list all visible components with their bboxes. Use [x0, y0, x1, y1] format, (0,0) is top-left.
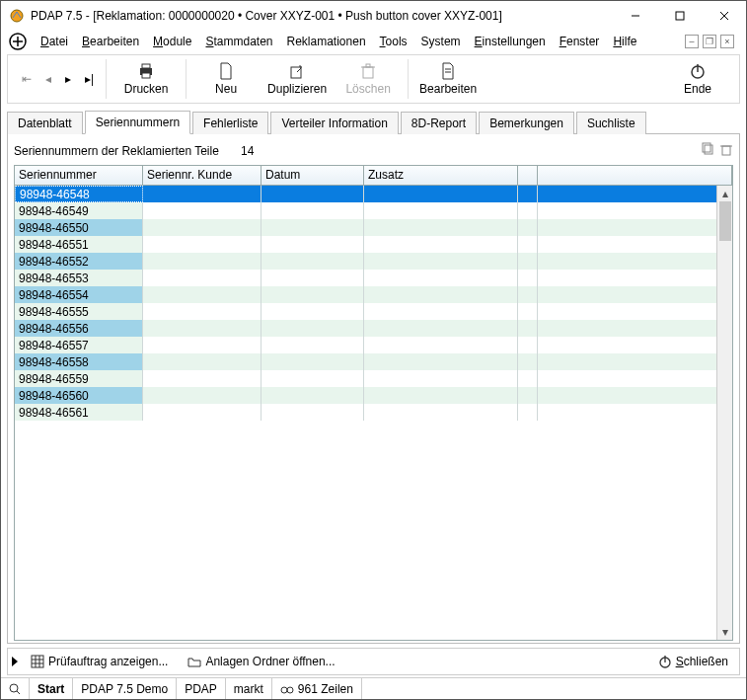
cell[interactable]: [143, 404, 261, 421]
cell[interactable]: [261, 337, 364, 353]
cell[interactable]: [364, 387, 518, 404]
scroll-up-icon[interactable]: ▴: [717, 186, 732, 201]
table-row[interactable]: 98948-46560: [15, 387, 732, 404]
cell[interactable]: [364, 236, 518, 253]
cell[interactable]: [518, 202, 538, 219]
cell[interactable]: [518, 370, 538, 387]
cell[interactable]: [143, 286, 261, 303]
print-button[interactable]: Drucken: [111, 56, 182, 102]
cell[interactable]: [261, 303, 364, 320]
tab-verteiler[interactable]: Verteiler Information: [270, 112, 398, 134]
table-row[interactable]: 98948-46549: [15, 202, 732, 219]
cell[interactable]: [538, 353, 732, 370]
end-button[interactable]: Ende: [662, 56, 733, 102]
cell[interactable]: [518, 320, 538, 337]
cell[interactable]: [143, 370, 261, 387]
scroll-down-icon[interactable]: ▾: [717, 624, 732, 640]
cell[interactable]: [143, 236, 261, 253]
table-row[interactable]: 98948-46558: [15, 353, 732, 370]
table-row[interactable]: 98948-46554: [15, 286, 732, 303]
cell[interactable]: [261, 387, 364, 404]
col-zusatz[interactable]: Zusatz: [364, 166, 518, 185]
new-record-icon[interactable]: [9, 33, 27, 50]
cell[interactable]: 98948-46559: [15, 370, 143, 387]
nav-first-icon[interactable]: ⇤: [22, 72, 32, 86]
cell[interactable]: [364, 320, 518, 337]
cell[interactable]: [518, 236, 538, 253]
cell[interactable]: [518, 404, 538, 421]
menu-stammdaten[interactable]: Stammdaten: [199, 33, 278, 50]
cell[interactable]: [518, 186, 538, 202]
cell[interactable]: [364, 370, 518, 387]
nav-next-icon[interactable]: ▸: [65, 72, 71, 86]
cell[interactable]: [518, 353, 538, 370]
delete-icon[interactable]: [719, 142, 733, 159]
tab-suchliste[interactable]: Suchliste: [576, 112, 646, 134]
cell[interactable]: [261, 253, 364, 270]
cell[interactable]: 98948-46548: [15, 186, 143, 202]
table-row[interactable]: 98948-46548: [15, 186, 732, 202]
cell[interactable]: [538, 286, 732, 303]
cell[interactable]: [143, 186, 261, 202]
cell[interactable]: [538, 387, 732, 404]
menu-reklamationen[interactable]: Reklamationen: [281, 33, 372, 50]
cell[interactable]: 98948-46550: [15, 219, 143, 236]
cell[interactable]: [261, 320, 364, 337]
col-datum[interactable]: Datum: [261, 166, 364, 185]
cell[interactable]: 98948-46552: [15, 253, 143, 270]
duplicate-button[interactable]: Duplizieren: [261, 56, 333, 102]
cell[interactable]: [538, 270, 732, 286]
cell[interactable]: [538, 370, 732, 387]
mdi-minimize-button[interactable]: –: [685, 35, 699, 48]
cell[interactable]: [143, 353, 261, 370]
new-button[interactable]: Neu: [190, 56, 261, 102]
cell[interactable]: [143, 202, 261, 219]
status-start[interactable]: Start: [30, 678, 73, 699]
cell[interactable]: [538, 186, 732, 202]
table-row[interactable]: 98948-46551: [15, 236, 732, 253]
cell[interactable]: [364, 404, 518, 421]
cell[interactable]: [518, 253, 538, 270]
cell[interactable]: [364, 337, 518, 353]
tab-8d-report[interactable]: 8D-Report: [401, 112, 477, 134]
cell[interactable]: [538, 303, 732, 320]
menu-bearbeiten[interactable]: Bearbeiten: [76, 33, 145, 50]
cell[interactable]: [538, 202, 732, 219]
cell[interactable]: [364, 286, 518, 303]
expand-icon[interactable]: [12, 657, 18, 666]
tab-datenblatt[interactable]: Datenblatt: [7, 112, 83, 134]
anlagen-button[interactable]: Anlagen Ordner öffnen...: [181, 652, 341, 671]
cell[interactable]: [518, 219, 538, 236]
cell[interactable]: [143, 270, 261, 286]
cell[interactable]: 98948-46549: [15, 202, 143, 219]
cell[interactable]: [538, 320, 732, 337]
cell[interactable]: [261, 404, 364, 421]
cell[interactable]: [143, 253, 261, 270]
cell[interactable]: [538, 253, 732, 270]
table-row[interactable]: 98948-46561: [15, 404, 732, 421]
cell[interactable]: [261, 202, 364, 219]
cell[interactable]: [261, 236, 364, 253]
cell[interactable]: [261, 270, 364, 286]
nav-last-icon[interactable]: ▸|: [85, 72, 94, 86]
menu-fenster[interactable]: Fenster: [554, 33, 606, 50]
table-row[interactable]: 98948-46557: [15, 337, 732, 353]
cell[interactable]: 98948-46551: [15, 236, 143, 253]
menu-datei[interactable]: Datei: [35, 33, 74, 50]
menu-einstellungen[interactable]: Einstellungen: [469, 33, 552, 50]
edit-button[interactable]: Bearbeiten: [412, 56, 484, 102]
status-search[interactable]: [1, 678, 30, 699]
cell[interactable]: [518, 270, 538, 286]
cell[interactable]: [518, 387, 538, 404]
vertical-scrollbar[interactable]: ▴ ▾: [716, 186, 732, 640]
cell[interactable]: 98948-46557: [15, 337, 143, 353]
cell[interactable]: [143, 320, 261, 337]
cell[interactable]: [538, 404, 732, 421]
cell[interactable]: [538, 337, 732, 353]
cell[interactable]: [364, 353, 518, 370]
schliessen-button[interactable]: Schließen: [651, 652, 735, 671]
table-row[interactable]: 98948-46559: [15, 370, 732, 387]
cell[interactable]: [261, 186, 364, 202]
table-row[interactable]: 98948-46550: [15, 219, 732, 236]
col-seriennr-kunde[interactable]: Seriennr. Kunde: [143, 166, 261, 185]
